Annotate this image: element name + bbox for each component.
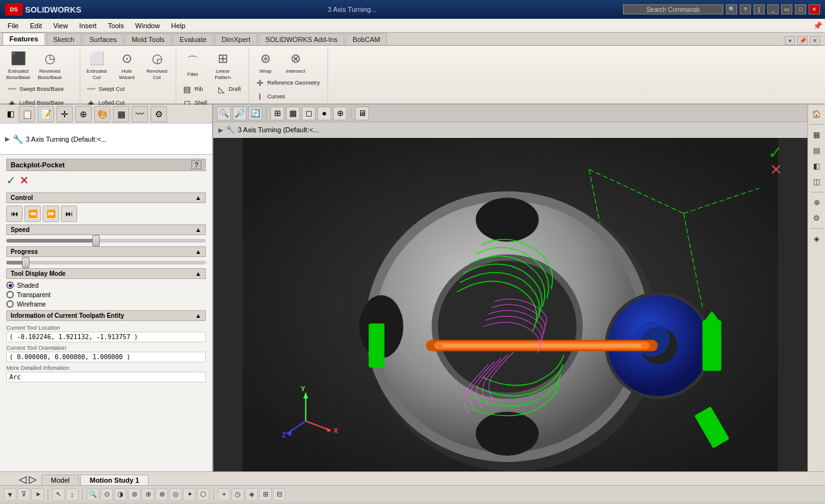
vp-display-btn[interactable]: ◻ xyxy=(302,107,316,120)
viewport[interactable]: 🔍 🔎 🔄 ⊞ ▦ ◻ ● ⊕ 🖥 ▶ 🔧 3 Axis Turning (De… xyxy=(213,105,807,471)
sbt-view7-btn[interactable]: ◎ xyxy=(169,488,182,501)
viewport-confirm[interactable]: ✓ xyxy=(768,142,782,163)
progress-slider-track[interactable] xyxy=(6,261,206,265)
sbt-view3-btn[interactable]: ◑ xyxy=(114,488,127,501)
radio-transparent[interactable]: Transparent xyxy=(6,291,206,298)
panel-close[interactable]: ✕ xyxy=(810,36,820,45)
rs-view1-btn[interactable]: ▦ xyxy=(810,128,824,142)
rs-snap-btn[interactable]: ⊕ xyxy=(810,196,824,209)
vp-zoom-area-btn[interactable]: 🔎 xyxy=(233,107,247,120)
viewport-cancel[interactable]: ✕ xyxy=(770,161,782,179)
draft-button[interactable]: ◺ Draft xyxy=(213,83,244,95)
tab-surfaces[interactable]: Surfaces xyxy=(83,33,124,45)
menu-insert[interactable]: Insert xyxy=(74,21,102,31)
sbt-funnel-btn[interactable]: ⊽ xyxy=(18,488,30,501)
rs-view2-btn[interactable]: ▤ xyxy=(810,144,824,157)
radio-wireframe[interactable]: Wireframe xyxy=(6,300,206,308)
ribbon-pin[interactable]: 📌 xyxy=(797,36,807,45)
sbt-move-btn[interactable]: ↖ xyxy=(52,488,65,501)
sbt-cursor-btn[interactable]: ↕ xyxy=(66,488,78,501)
vp-rotate-btn[interactable]: 🔄 xyxy=(248,107,262,120)
vp-light-btn[interactable]: ● xyxy=(317,107,331,120)
vp-scene-btn[interactable]: ⊕ xyxy=(333,107,347,120)
sbt-view9-btn[interactable]: ⬡ xyxy=(197,488,210,501)
control-end-btn[interactable]: ⏭ xyxy=(61,206,77,222)
rs-extra-btn[interactable]: ◈ xyxy=(810,232,824,246)
ph-btn3[interactable]: ✛ xyxy=(56,106,73,122)
scroll-right-btn[interactable]: ▷ xyxy=(29,473,36,485)
ph-btn4[interactable]: ⊕ xyxy=(75,106,92,122)
progress-slider-thumb[interactable] xyxy=(22,257,29,268)
tab-addins[interactable]: SOLIDWORKS Add-Ins xyxy=(258,33,344,45)
sbt-snap4-btn[interactable]: ⊞ xyxy=(259,488,272,501)
rs-home-btn[interactable]: 🏠 xyxy=(810,107,824,121)
ph-btn1[interactable]: 📋 xyxy=(19,106,35,122)
sbt-filter-btn[interactable]: ▼ xyxy=(4,488,16,501)
sbt-view6-btn[interactable]: ⊗ xyxy=(156,488,168,501)
vp-zoom-btn[interactable]: 🔍 xyxy=(217,107,231,120)
vp-view-btn[interactable]: ▦ xyxy=(286,107,300,120)
tab-mold-tools[interactable]: Mold Tools xyxy=(125,33,171,45)
swept-boss-base-button[interactable]: 〰 Swept Boss/Base xyxy=(4,83,67,95)
vp-grid-btn[interactable]: ⊞ xyxy=(270,107,284,120)
tab-sketch[interactable]: Sketch xyxy=(46,33,82,45)
rs-view3-btn[interactable]: ◧ xyxy=(810,159,824,173)
menu-file[interactable]: File xyxy=(3,21,24,31)
motion-study-tab[interactable]: Motion Study 1 xyxy=(80,475,149,485)
info-section-header[interactable]: Information of Current Toolpath Entity ▲ xyxy=(6,310,206,321)
linear-pattern-button[interactable]: ⊞ LinearPattern xyxy=(209,48,237,81)
menu-help[interactable]: Help xyxy=(166,21,191,31)
menu-view[interactable]: View xyxy=(48,21,73,31)
hole-wizard-button[interactable]: ⊙ HoleWizard xyxy=(113,48,141,81)
help-btn[interactable]: ? xyxy=(740,4,751,14)
tab-bobcam[interactable]: BobCAM xyxy=(346,33,387,45)
sbt-view8-btn[interactable]: ✦ xyxy=(183,488,196,501)
menu-edit[interactable]: Edit xyxy=(25,21,47,31)
speed-section-header[interactable]: Speed ▲ xyxy=(6,224,206,235)
extruded-cut-button[interactable]: ⬜ ExtrudedCut xyxy=(83,48,110,81)
tool-display-section-header[interactable]: Tool Display Mode ▲ xyxy=(6,268,206,279)
sbt-view2-btn[interactable]: ⊙ xyxy=(100,488,113,501)
revolved-cut-button[interactable]: ◶ RevolvedCut xyxy=(143,48,171,81)
close-btn[interactable]: ✕ xyxy=(809,4,820,14)
sbt-snap2-btn[interactable]: ◷ xyxy=(232,488,244,501)
ph-btn7[interactable]: 〰 xyxy=(132,106,148,122)
ph-btn6[interactable]: ▦ xyxy=(113,106,129,122)
tab-dimxpert[interactable]: DimXpert xyxy=(215,33,257,45)
control-back-btn[interactable]: ⏪ xyxy=(24,206,41,222)
ph-btn2[interactable]: 📝 xyxy=(38,106,54,122)
confirm-button[interactable]: ✓ xyxy=(6,174,16,187)
sbt-view5-btn[interactable]: ⊕ xyxy=(142,488,154,501)
swept-cut-button[interactable]: 〰 Swept Cut xyxy=(83,83,127,95)
rs-filter-btn[interactable]: ⚙ xyxy=(810,211,824,225)
sbt-select-btn[interactable]: ➤ xyxy=(31,488,44,501)
pin-menu[interactable]: 📌 xyxy=(812,21,822,31)
rib-button[interactable]: ▤ Rib xyxy=(179,83,206,95)
maximize-btn[interactable]: □ xyxy=(795,4,806,14)
search-icon[interactable]: 🔍 xyxy=(726,4,737,14)
tab-features[interactable]: Features xyxy=(3,33,45,45)
scroll-left-btn[interactable]: ◁ xyxy=(19,473,26,485)
control-forward-btn[interactable]: ⏩ xyxy=(43,206,59,222)
help-btn-panel[interactable]: ? xyxy=(191,160,201,169)
window-controls[interactable]: Search Commands 🔍 ? | _ ▭ □ ✕ xyxy=(623,4,820,14)
ribbon-minimize[interactable]: ▾ xyxy=(785,36,795,45)
tab-evaluate[interactable]: Evaluate xyxy=(173,33,213,45)
radio-shaded[interactable]: Shaded xyxy=(6,281,206,289)
sbt-snap1-btn[interactable]: ⌖ xyxy=(218,488,230,501)
fillet-button[interactable]: ⌒ Fillet xyxy=(179,51,206,78)
rs-view4-btn[interactable]: ◫ xyxy=(810,175,824,189)
control-section-header[interactable]: Control ▲ xyxy=(6,192,206,203)
sbt-view-btn[interactable]: 🔍 xyxy=(87,488,99,501)
control-start-btn[interactable]: ⏮ xyxy=(6,206,23,222)
reference-geometry-button[interactable]: ✛ Reference Geometry xyxy=(252,76,322,89)
ph-btn8[interactable]: ⚙ xyxy=(151,106,167,122)
ph-btn5[interactable]: 🎨 xyxy=(94,106,110,122)
revolved-boss-base-button[interactable]: ◷ RevolvedBoss/Base xyxy=(35,48,64,81)
restore-btn[interactable]: ▭ xyxy=(781,4,792,14)
progress-section-header[interactable]: Progress ▲ xyxy=(6,246,206,257)
curves-button[interactable]: ⌇ Curves xyxy=(252,90,288,103)
vp-monitor-btn[interactable]: 🖥 xyxy=(355,107,369,120)
extruded-boss-base-button[interactable]: ⬛ ExtrudedBoss/Base xyxy=(4,48,33,81)
menu-window[interactable]: Window xyxy=(130,21,165,31)
